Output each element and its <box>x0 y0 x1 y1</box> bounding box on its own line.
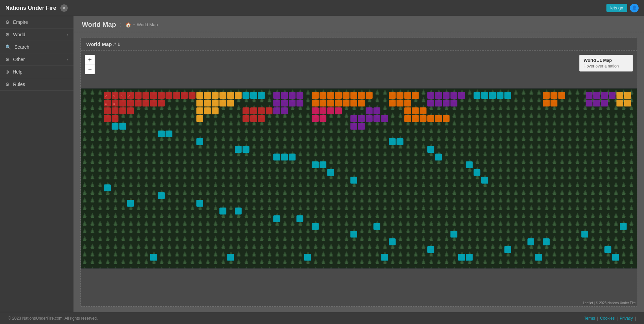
breadcrumb-current: World Map <box>137 22 158 27</box>
map-canvas[interactable]: ⌂ ⌂ ⌂ ⌂ ⌂ ⌂ <box>81 51 637 306</box>
svg-rect-116 <box>389 138 395 145</box>
svg-rect-179 <box>350 115 357 122</box>
svg-rect-48 <box>327 92 334 99</box>
breadcrumb-separator: • <box>133 22 135 27</box>
privacy-link[interactable]: Privacy <box>620 316 633 321</box>
svg-rect-186 <box>350 123 357 130</box>
tooltip-title: World #1 Map <box>584 58 629 63</box>
svg-rect-38 <box>204 100 211 106</box>
svg-text:⌂: ⌂ <box>105 94 107 98</box>
svg-rect-148 <box>458 254 465 261</box>
svg-rect-91 <box>586 100 592 106</box>
svg-rect-144 <box>150 254 157 261</box>
svg-rect-41 <box>227 100 234 106</box>
svg-rect-111 <box>289 154 296 160</box>
svg-rect-81 <box>450 92 457 99</box>
chevron-right-icon: › <box>67 33 68 37</box>
svg-rect-184 <box>373 115 380 122</box>
svg-rect-90 <box>609 92 615 99</box>
svg-rect-167 <box>250 107 257 114</box>
svg-rect-15 <box>181 92 187 99</box>
map-wrapper[interactable]: + − World #1 Map Hover over a nation <box>81 51 637 306</box>
svg-rect-189 <box>412 107 419 114</box>
footer-sep-3: | <box>635 316 636 321</box>
svg-rect-64 <box>412 92 419 99</box>
sidebar-item-empire[interactable]: ⚙ Empire <box>0 16 73 29</box>
svg-rect-28 <box>127 107 134 114</box>
svg-rect-54 <box>335 100 342 106</box>
sidebar: ⚙ Empire ⚙ World › 🔍 Search ⚙ Other › <box>0 16 74 312</box>
svg-rect-24 <box>158 100 165 106</box>
svg-rect-71 <box>297 92 303 99</box>
svg-rect-22 <box>143 100 149 106</box>
svg-rect-171 <box>250 115 257 122</box>
gear-icon: ⚙ <box>5 19 10 25</box>
svg-rect-78 <box>427 92 434 99</box>
svg-rect-145 <box>227 254 234 261</box>
svg-rect-76 <box>273 107 280 114</box>
svg-rect-137 <box>127 200 134 206</box>
svg-rect-127 <box>273 215 280 222</box>
attribution-text: Leaflet | © 2023 Nations Under Fire <box>583 301 636 305</box>
svg-rect-79 <box>435 92 442 99</box>
svg-rect-140 <box>373 223 380 230</box>
svg-rect-82 <box>458 92 465 99</box>
header-separator: : <box>120 22 121 28</box>
svg-rect-65 <box>389 100 395 106</box>
content-area: World Map : 🏠 • World Map World Map # 1 … <box>74 16 644 312</box>
svg-rect-165 <box>624 100 631 106</box>
footer-links: Terms | Cookies | Privacy | <box>584 316 636 321</box>
svg-rect-105 <box>166 131 172 137</box>
svg-rect-61 <box>389 92 395 99</box>
terms-link[interactable]: Terms <box>584 316 595 321</box>
svg-rect-170 <box>243 115 249 122</box>
home-icon[interactable]: 🏠 <box>125 22 131 28</box>
svg-rect-193 <box>420 115 426 122</box>
svg-rect-45 <box>196 115 203 122</box>
svg-rect-46 <box>312 92 319 99</box>
sidebar-item-rules[interactable]: ⚙ Rules <box>0 78 73 91</box>
close-icon: × <box>63 5 65 10</box>
svg-rect-86 <box>450 100 457 106</box>
sidebar-item-world[interactable]: ⚙ World › <box>0 29 73 41</box>
user-label: lets go <box>610 5 623 10</box>
close-button[interactable]: × <box>60 4 68 12</box>
svg-rect-59 <box>350 100 357 106</box>
svg-rect-160 <box>543 100 549 106</box>
svg-rect-69 <box>281 92 288 99</box>
footer-sep-2: | <box>616 316 618 321</box>
svg-rect-177 <box>312 115 319 122</box>
sidebar-item-label-other: Other <box>13 57 25 62</box>
sidebar-item-other[interactable]: ⚙ Other › <box>0 53 73 66</box>
svg-rect-25 <box>104 107 111 114</box>
user-button[interactable]: lets go <box>606 4 627 12</box>
cookies-link[interactable]: Cookies <box>600 316 614 321</box>
svg-rect-35 <box>227 92 234 99</box>
svg-rect-56 <box>350 92 357 99</box>
svg-rect-77 <box>281 107 288 114</box>
zoom-out-button[interactable]: − <box>85 64 95 74</box>
svg-rect-80 <box>443 92 449 99</box>
zoom-in-button[interactable]: + <box>85 55 95 64</box>
svg-rect-112 <box>312 161 319 168</box>
svg-rect-123 <box>104 184 111 191</box>
main-layout: ⚙ Empire ⚙ World › 🔍 Search ⚙ Other › <box>0 16 644 312</box>
map-title: World Map # 1 <box>81 38 637 51</box>
svg-rect-75 <box>297 100 303 106</box>
svg-rect-183 <box>366 115 372 122</box>
svg-rect-83 <box>427 100 434 106</box>
svg-text:⌂: ⌂ <box>113 102 115 105</box>
svg-rect-30 <box>112 115 118 122</box>
svg-rect-134 <box>543 238 549 245</box>
svg-rect-129 <box>350 231 357 237</box>
svg-rect-53 <box>327 100 334 106</box>
sidebar-item-label-search: Search <box>14 44 29 50</box>
sidebar-item-search[interactable]: 🔍 Search <box>0 41 73 53</box>
svg-rect-149 <box>535 254 542 261</box>
sidebar-item-label-world: World <box>13 32 25 37</box>
gear-icon-other: ⚙ <box>5 57 10 62</box>
svg-text:⌂: ⌂ <box>121 94 123 98</box>
svg-rect-72 <box>273 100 280 106</box>
svg-rect-92 <box>593 100 600 106</box>
sidebar-item-help[interactable]: ⊕ Help <box>0 66 73 78</box>
